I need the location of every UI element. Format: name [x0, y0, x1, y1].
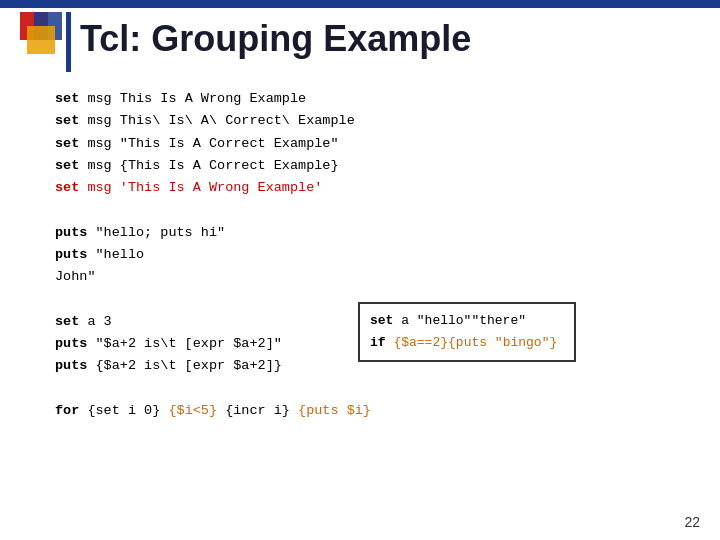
- inset-line-1: set a "hello""there": [370, 310, 564, 332]
- code-line-for: for {set i 0} {$i<5} {incr i} {puts $i}: [55, 400, 690, 422]
- left-accent-bar: [66, 12, 71, 72]
- top-bar: [0, 0, 720, 8]
- inset-set-keyword: set: [370, 313, 393, 328]
- logo-yellow-square: [27, 26, 55, 54]
- code-line-puts1: puts "hello; puts hi": [55, 222, 690, 244]
- keyword-puts-4: puts: [55, 358, 87, 373]
- inset-if-keyword: if: [370, 335, 386, 350]
- code-line-1: set msg This Is A Wrong Example: [55, 88, 690, 110]
- inset-code-box: set a "hello""there" if {$a==2}{puts "bi…: [358, 302, 576, 362]
- keyword-for: for: [55, 403, 79, 418]
- code-line-5: set msg 'This Is A Wrong Example': [55, 177, 690, 199]
- inset-set-value: a "hello""there": [393, 313, 526, 328]
- keyword-set-a: set: [55, 314, 79, 329]
- inset-if-condition: {$a==2}: [386, 335, 448, 350]
- keyword-puts-3: puts: [55, 336, 87, 351]
- code-line-3: set msg "This Is A Correct Example": [55, 133, 690, 155]
- keyword-puts-2: puts: [55, 247, 87, 262]
- keyword-set-1: set: [55, 91, 79, 106]
- code-line-2: set msg This\ Is\ A\ Correct\ Example: [55, 110, 690, 132]
- for-condition: {$i<5}: [168, 403, 217, 418]
- logo: [20, 12, 62, 64]
- page-number: 22: [684, 514, 700, 530]
- keyword-set-3: set: [55, 136, 79, 151]
- main-content: set msg This Is A Wrong Example set msg …: [55, 88, 690, 422]
- keyword-set-5: set: [55, 180, 79, 195]
- for-body: {puts $i}: [298, 403, 371, 418]
- keyword-set-2: set: [55, 113, 79, 128]
- inset-if-body: {puts "bingo"}: [448, 335, 557, 350]
- page-title: Tcl: Grouping Example: [80, 18, 471, 60]
- code-line-4: set msg {This Is A Correct Example}: [55, 155, 690, 177]
- inset-line-2: if {$a==2}{puts "bingo"}: [370, 332, 564, 354]
- code-line-john: John": [55, 266, 690, 288]
- code-line-puts2: puts "hello: [55, 244, 690, 266]
- keyword-puts-1: puts: [55, 225, 87, 240]
- keyword-set-4: set: [55, 158, 79, 173]
